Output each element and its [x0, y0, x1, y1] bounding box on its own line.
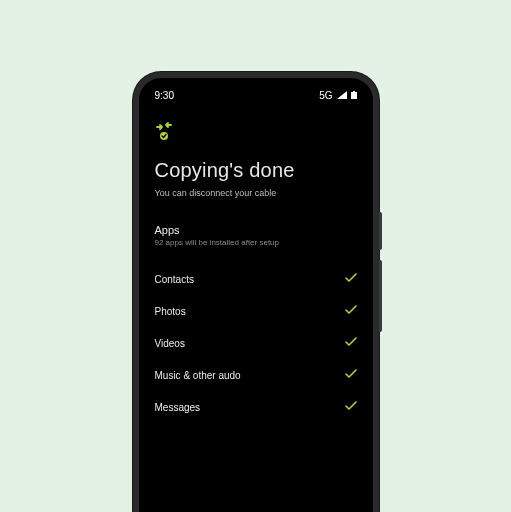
list-item: Photos [155, 295, 357, 327]
page-subtitle: You can disconnect your cable [155, 188, 357, 198]
status-time: 9:30 [155, 90, 174, 101]
svg-rect-1 [353, 91, 355, 92]
checkmark-icon [345, 305, 357, 317]
list-item-label: Photos [155, 306, 186, 317]
apps-section-title: Apps [155, 224, 357, 236]
status-right: 5G [319, 90, 356, 101]
signal-icon [337, 90, 347, 101]
transfer-complete-icon [155, 121, 179, 147]
checkmark-icon [345, 273, 357, 285]
svg-rect-0 [351, 92, 357, 99]
list-item-label: Videos [155, 338, 185, 349]
network-label: 5G [319, 90, 332, 101]
checkmark-icon [345, 401, 357, 413]
side-button-power [379, 260, 382, 332]
page-title: Copying's done [155, 159, 357, 182]
list-item-label: Messages [155, 402, 201, 413]
battery-icon [351, 90, 357, 101]
list-item-label: Music & other audo [155, 370, 241, 381]
list-item: Videos [155, 327, 357, 359]
checkmark-icon [345, 337, 357, 349]
side-button-volume [379, 212, 382, 250]
status-bar: 9:30 5G [155, 90, 357, 101]
list-item: Messages [155, 391, 357, 423]
phone-frame: 9:30 5G Copying's done You can disconnec… [133, 72, 379, 512]
list-item: Contacts [155, 263, 357, 295]
checkmark-icon [345, 369, 357, 381]
apps-section-subtitle: 92 apps will be installed after setup [155, 238, 357, 247]
list-item: Music & other audo [155, 359, 357, 391]
list-item-label: Contacts [155, 274, 194, 285]
apps-section: Apps 92 apps will be installed after set… [155, 224, 357, 247]
phone-screen: 9:30 5G Copying's done You can disconnec… [139, 78, 373, 512]
